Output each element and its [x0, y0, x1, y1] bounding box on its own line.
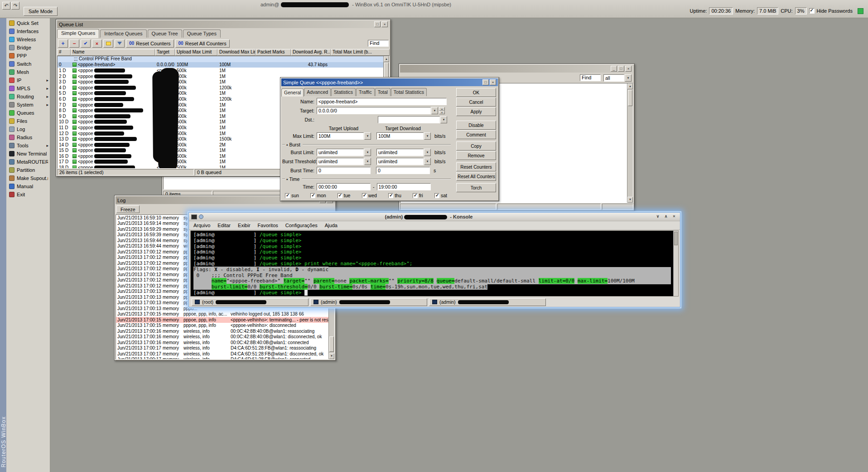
close-button[interactable]: ×	[381, 21, 388, 27]
burst-section-header[interactable]: ▴ Burst	[282, 141, 451, 147]
day-checkbox[interactable]: ✓ fri	[413, 193, 423, 198]
dialog-action-button[interactable]: Copy	[456, 141, 496, 151]
log-row[interactable]: Jun/21/2013 17:00:17 memory wireless, in…	[116, 345, 328, 351]
log-row[interactable]: Jun/21/2013 17:00:16 memory wireless, in…	[116, 334, 328, 340]
freeze-button[interactable]: Freeze	[116, 205, 140, 213]
dst-input[interactable]	[378, 116, 440, 123]
log-row[interactable]: Jun/21/2013 17:00:15 memory pppoe, ppp, …	[116, 311, 328, 317]
close-button[interactable]: ×	[490, 79, 496, 85]
konsole-tab[interactable]: (admin)	[429, 298, 546, 306]
day-checkbox[interactable]: ✓ wed	[362, 193, 377, 198]
rollup-button[interactable]: □	[374, 21, 381, 27]
burst-limit-upload-input[interactable]: unlimited	[317, 149, 364, 156]
filter-button[interactable]	[115, 39, 125, 48]
dialog-action-button[interactable]: Cancel	[456, 97, 496, 107]
terminal[interactable]: [admin@ ] /queue simple> [admin@ ] /queu…	[190, 230, 679, 297]
sidebar-item[interactable]: Quick Set	[6, 19, 50, 27]
queue-tab[interactable]: Simple Queues	[57, 29, 99, 38]
sidebar-item[interactable]: MPLS ▸	[6, 84, 50, 92]
column-header[interactable]: Target	[155, 49, 175, 56]
window-b-scrollbar[interactable]: ▲ ▼	[627, 83, 633, 203]
konsole-titlebar[interactable]: (admin) - Konsole ∨ ∧ ×	[189, 213, 680, 221]
queue-tab[interactable]: Queue Types	[183, 29, 221, 38]
menu-item[interactable]: Editar	[217, 223, 231, 228]
dialog-action-button[interactable]: Comment	[456, 130, 496, 139]
queue-list-titlebar[interactable]: Queue List □ ×	[57, 20, 390, 28]
spin-down-icon[interactable]: ▾	[439, 111, 445, 114]
scroll-thumb[interactable]	[329, 336, 334, 352]
find-input[interactable]: Find	[368, 40, 389, 47]
sidebar-item[interactable]: PPP	[6, 52, 50, 60]
dialog-action-button[interactable]: Torch	[456, 183, 496, 192]
sidebar-item[interactable]: Partition	[6, 166, 50, 174]
burst-time-upload-input[interactable]: 0	[317, 167, 371, 174]
max-limit-upload-input[interactable]: 100M	[317, 132, 364, 140]
log-row[interactable]: Jun/21/2013 17:00:17 memory wireless, in…	[116, 357, 328, 360]
filter-dropdown[interactable]: all ▾	[603, 74, 632, 82]
day-checkbox[interactable]: ✓ mon	[310, 193, 326, 198]
dropdown-button[interactable]: ▾	[424, 158, 431, 165]
time-section-header[interactable]: ▴ Time	[282, 176, 451, 182]
sidebar-item[interactable]: Manual	[6, 182, 50, 190]
reset-all-counters-button[interactable]: 00 Reset All Counters	[175, 39, 230, 48]
scroll-down-button[interactable]: ▼	[627, 197, 633, 203]
menu-item[interactable]: Configurações	[285, 223, 318, 228]
maximize-button[interactable]: ∧	[662, 214, 670, 220]
column-header[interactable]: #	[57, 49, 71, 56]
scroll-thumb[interactable]	[628, 90, 632, 106]
log-row[interactable]: Jun/21/2013 17:00:17 memory wireless, in…	[116, 351, 328, 357]
sidebar-item[interactable]: Wireless	[6, 35, 50, 44]
burst-time-download-input[interactable]: 0	[376, 167, 430, 174]
log-row[interactable]: Jun/21/2013 17:00:16 memory wireless, in…	[116, 328, 328, 334]
scroll-thumb[interactable]	[674, 232, 678, 245]
dialog-titlebar[interactable]: Simple Queue <<pppoe-freeband>> □ ×	[281, 78, 498, 86]
sidebar-item[interactable]: Radius	[6, 133, 50, 141]
dialog-tab[interactable]: Traffic	[356, 88, 375, 96]
target-dropdown-button[interactable]: ▾	[431, 107, 438, 114]
queue-tab[interactable]: Interface Queues	[100, 29, 146, 38]
dialog-tab[interactable]: Total Statistics	[391, 88, 427, 96]
log-row[interactable]: Jun/21/2013 17:00:15 memory pppoe, ppp, …	[116, 317, 328, 323]
dialog-tab[interactable]: Advanced	[304, 88, 331, 96]
log-row[interactable]: Jun/21/2013 17:00:16 memory wireless, in…	[116, 340, 328, 345]
sidebar-item[interactable]: Tools ▸	[6, 141, 50, 150]
sidebar-item[interactable]: Exit	[6, 190, 50, 199]
hide-passwords-checkbox[interactable]: ✓	[809, 8, 815, 14]
day-checkbox[interactable]: ✓ sun	[285, 193, 299, 198]
spin-up-icon[interactable]: ▴	[439, 107, 445, 111]
dialog-tab[interactable]: Statistics	[331, 88, 356, 96]
burst-threshold-upload-input[interactable]: unlimited	[317, 158, 364, 165]
queue-group-row[interactable]: ;;; Control PPPoE Free Band	[58, 56, 383, 62]
enable-button[interactable]: ✔	[81, 39, 91, 48]
minimize-button[interactable]: ∨	[654, 214, 661, 220]
time-to-input[interactable]: 19:00:00	[377, 183, 431, 190]
dialog-action-button[interactable]: OK	[456, 88, 496, 97]
menu-item[interactable]: Favoritos	[258, 223, 278, 228]
dropdown-button[interactable]: ▾	[424, 132, 431, 140]
redo-button[interactable]: ↷	[11, 2, 19, 10]
target-add-remove-spinner[interactable]: ▴ ▾	[439, 107, 445, 114]
undo-button[interactable]: ↶	[2, 2, 10, 10]
dropdown-button[interactable]: ▾	[364, 149, 371, 156]
sidebar-item[interactable]: Bridge	[6, 44, 50, 52]
sidebar-item[interactable]: MetaROUTER	[6, 158, 50, 166]
burst-threshold-download-input[interactable]: unlimited	[376, 158, 424, 165]
dst-dropdown-button[interactable]: ▾	[440, 116, 447, 123]
queue-row[interactable]: 1 D <pppoe <pppoe-... 500k 1M	[58, 68, 383, 73]
add-button[interactable]: +	[58, 39, 68, 48]
target-input[interactable]: 0.0.0.0/0	[317, 107, 431, 114]
sidebar-item[interactable]: Routing ▸	[6, 92, 50, 101]
sidebar-item[interactable]: Files	[6, 117, 50, 125]
queue-tab[interactable]: Queue Tree	[148, 29, 182, 38]
dialog-tab[interactable]: General	[281, 88, 304, 97]
dialog-action-button[interactable]: Remove	[456, 151, 496, 160]
sidebar-item[interactable]: Interfaces	[6, 27, 50, 35]
sidebar-item[interactable]: System ▸	[6, 101, 50, 109]
remove-button[interactable]: −	[69, 39, 79, 48]
column-header[interactable]: Total Max Limit (b...	[331, 49, 390, 56]
scroll-up-button[interactable]: ▲	[384, 56, 389, 62]
dropdown-button[interactable]: ▾	[424, 149, 431, 156]
dropdown-button[interactable]: ▾	[364, 132, 371, 140]
menu-item[interactable]: Arquivo	[193, 223, 210, 228]
column-header[interactable]: Name	[71, 49, 155, 56]
